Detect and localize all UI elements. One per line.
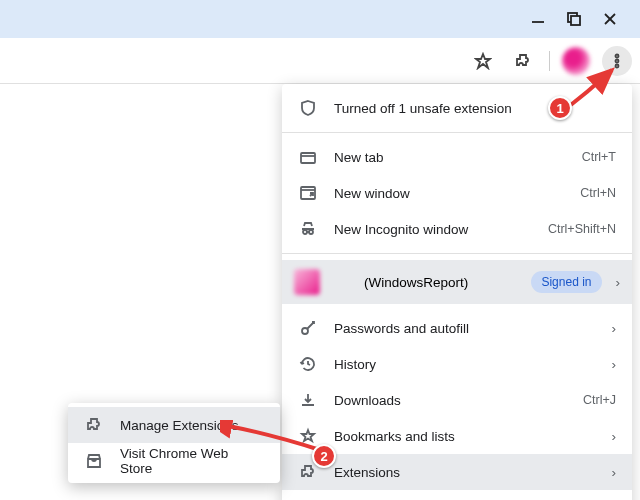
minimize-button[interactable] [520,5,556,33]
tab-icon [298,147,318,167]
menu-history[interactable]: History › [282,346,632,382]
shield-icon [298,98,318,118]
menu-accelerator: Ctrl+N [580,186,616,200]
menu-label: New tab [334,150,582,165]
svg-point-8 [616,64,619,67]
menu-accelerator: Ctrl+T [582,150,616,164]
toolbar-divider [549,51,550,71]
extensions-button[interactable] [509,47,537,75]
menu-label: History [334,357,604,372]
menu-unsafe-extension-warning[interactable]: Turned off 1 unsafe extension [282,90,632,126]
chrome-main-menu: Turned off 1 unsafe extension New tab Ct… [282,84,632,500]
svg-point-6 [616,54,619,57]
menu-accelerator: Ctrl+Shift+N [548,222,616,236]
menu-separator [282,132,632,133]
dots-vertical-icon [608,52,626,70]
bookmark-star-icon [298,426,318,446]
history-icon [298,354,318,374]
menu-label: Turned off 1 unsafe extension [334,101,616,116]
bookmark-star-button[interactable] [469,47,497,75]
extensions-submenu: Manage Extensions Visit Chrome Web Store [68,403,280,483]
window-icon [298,183,318,203]
svg-rect-9 [301,153,315,163]
svg-marker-17 [302,430,314,441]
profile-name: (WindowsReport) [364,275,531,290]
close-button[interactable] [592,5,628,33]
signed-in-badge: Signed in [531,271,601,293]
profile-avatar[interactable] [562,47,590,75]
svg-marker-5 [476,54,490,68]
menu-label: New Incognito window [334,222,548,237]
submenu-manage-extensions[interactable]: Manage Extensions [68,407,280,443]
menu-label: Bookmarks and lists [334,429,604,444]
menu-profile-row[interactable]: (WindowsReport) Signed in › [282,260,632,304]
svg-point-14 [309,230,313,234]
svg-point-7 [616,59,619,62]
menu-passwords[interactable]: Passwords and autofill › [282,310,632,346]
svg-rect-2 [571,16,580,25]
menu-downloads[interactable]: Downloads Ctrl+J [282,382,632,418]
menu-label: Passwords and autofill [334,321,604,336]
maximize-button[interactable] [556,5,592,33]
incognito-icon [298,219,318,239]
close-icon [601,10,619,28]
submenu-web-store[interactable]: Visit Chrome Web Store [68,443,280,479]
menu-label: Extensions [334,465,604,480]
key-icon [298,318,318,338]
chevron-right-icon: › [616,275,621,290]
chevron-right-icon: › [612,357,617,372]
menu-accelerator: Ctrl+J [583,393,616,407]
menu-new-tab[interactable]: New tab Ctrl+T [282,139,632,175]
chevron-right-icon: › [612,429,617,444]
menu-clear-data[interactable]: Clear browsing data… Ctrl+Shift+Del [282,490,632,500]
menu-label: Visit Chrome Web Store [120,446,264,476]
menu-new-window[interactable]: New window Ctrl+N [282,175,632,211]
menu-incognito[interactable]: New Incognito window Ctrl+Shift+N [282,211,632,247]
chevron-right-icon: › [612,465,617,480]
chevron-right-icon: › [612,321,617,336]
menu-extensions[interactable]: Extensions › [282,454,632,490]
more-menu-button[interactable] [602,46,632,76]
window-titlebar [0,0,640,38]
browser-toolbar [0,38,640,84]
puzzle-icon [84,415,104,435]
download-icon [298,390,318,410]
puzzle-icon [514,52,532,70]
minimize-icon [529,10,547,28]
maximize-icon [565,10,583,28]
menu-separator [282,253,632,254]
menu-label: Manage Extensions [120,418,264,433]
profile-avatar-icon [294,269,320,295]
store-icon [84,451,104,471]
star-icon [474,52,492,70]
menu-label: New window [334,186,580,201]
puzzle-icon [298,462,318,482]
menu-label: Downloads [334,393,583,408]
menu-bookmarks[interactable]: Bookmarks and lists › [282,418,632,454]
svg-point-13 [303,230,307,234]
